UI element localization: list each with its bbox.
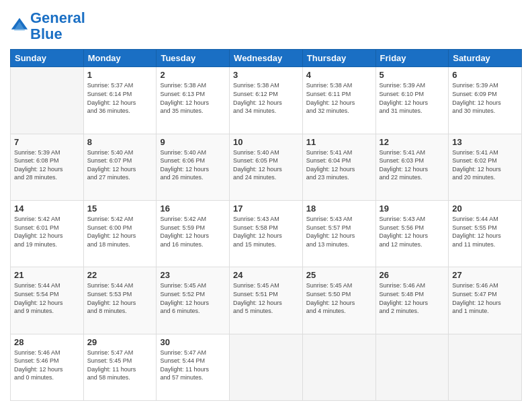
day-number: 25	[306, 270, 372, 280]
calendar-cell: 24Sunrise: 5:45 AM Sunset: 5:51 PM Dayli…	[230, 267, 303, 334]
day-info: Sunrise: 5:46 AM Sunset: 5:46 PM Dayligh…	[14, 349, 80, 382]
day-info: Sunrise: 5:43 AM Sunset: 5:57 PM Dayligh…	[306, 215, 372, 248]
day-number: 13	[452, 137, 518, 147]
calendar-week-0: 1Sunrise: 5:37 AM Sunset: 6:14 PM Daylig…	[11, 67, 522, 134]
day-info: Sunrise: 5:46 AM Sunset: 5:47 PM Dayligh…	[452, 281, 518, 315]
day-info: Sunrise: 5:41 AM Sunset: 6:03 PM Dayligh…	[380, 148, 445, 182]
day-number: 28	[14, 337, 80, 347]
day-number: 24	[233, 270, 299, 280]
day-number: 4	[306, 70, 372, 80]
day-info: Sunrise: 5:40 AM Sunset: 6:07 PM Dayligh…	[87, 148, 153, 182]
calendar-header-friday: Friday	[375, 50, 449, 67]
calendar-header-saturday: Saturday	[449, 50, 522, 67]
calendar-header-wednesday: Wednesday	[230, 50, 303, 67]
calendar-cell	[11, 67, 84, 134]
day-info: Sunrise: 5:42 AM Sunset: 5:59 PM Dayligh…	[160, 215, 226, 248]
logo-text2: Blue	[30, 26, 85, 42]
header: General Blue	[10, 10, 522, 42]
day-number: 5	[380, 70, 445, 80]
calendar-cell: 28Sunrise: 5:46 AM Sunset: 5:46 PM Dayli…	[11, 334, 84, 400]
calendar-header-thursday: Thursday	[302, 50, 375, 67]
calendar-cell: 26Sunrise: 5:46 AM Sunset: 5:48 PM Dayli…	[375, 267, 449, 334]
page: General Blue SundayMondayTuesdayWednesda…	[0, 0, 532, 411]
calendar-cell: 4Sunrise: 5:38 AM Sunset: 6:11 PM Daylig…	[302, 67, 375, 134]
logo: General Blue	[10, 10, 85, 42]
calendar-cell: 2Sunrise: 5:38 AM Sunset: 6:13 PM Daylig…	[157, 67, 230, 134]
calendar-cell: 9Sunrise: 5:40 AM Sunset: 6:06 PM Daylig…	[157, 134, 230, 200]
day-number: 15	[87, 203, 153, 214]
calendar-week-4: 28Sunrise: 5:46 AM Sunset: 5:46 PM Dayli…	[11, 334, 522, 400]
day-info: Sunrise: 5:40 AM Sunset: 6:06 PM Dayligh…	[160, 148, 226, 182]
calendar-cell: 20Sunrise: 5:44 AM Sunset: 5:55 PM Dayli…	[449, 201, 522, 267]
calendar-cell: 23Sunrise: 5:45 AM Sunset: 5:52 PM Dayli…	[157, 267, 230, 334]
day-info: Sunrise: 5:38 AM Sunset: 6:12 PM Dayligh…	[233, 81, 299, 115]
day-number: 8	[87, 137, 153, 147]
calendar-week-2: 14Sunrise: 5:42 AM Sunset: 6:01 PM Dayli…	[11, 201, 522, 267]
calendar-cell: 7Sunrise: 5:39 AM Sunset: 6:08 PM Daylig…	[11, 134, 84, 200]
calendar-cell: 13Sunrise: 5:41 AM Sunset: 6:02 PM Dayli…	[449, 134, 522, 200]
day-number: 11	[306, 137, 372, 147]
calendar-cell	[230, 334, 303, 400]
day-info: Sunrise: 5:47 AM Sunset: 5:45 PM Dayligh…	[87, 349, 153, 382]
day-info: Sunrise: 5:46 AM Sunset: 5:48 PM Dayligh…	[380, 281, 445, 315]
calendar-cell: 14Sunrise: 5:42 AM Sunset: 6:01 PM Dayli…	[11, 201, 84, 267]
day-number: 26	[380, 270, 445, 280]
calendar-header-sunday: Sunday	[11, 50, 84, 67]
calendar-cell: 18Sunrise: 5:43 AM Sunset: 5:57 PM Dayli…	[302, 201, 375, 267]
day-info: Sunrise: 5:39 AM Sunset: 6:08 PM Dayligh…	[14, 148, 80, 182]
day-number: 29	[87, 337, 153, 347]
day-info: Sunrise: 5:44 AM Sunset: 5:55 PM Dayligh…	[452, 215, 518, 248]
logo-icon	[10, 17, 29, 36]
day-info: Sunrise: 5:40 AM Sunset: 6:05 PM Dayligh…	[233, 148, 299, 182]
day-number: 17	[233, 203, 299, 214]
day-info: Sunrise: 5:39 AM Sunset: 6:09 PM Dayligh…	[452, 81, 518, 115]
day-info: Sunrise: 5:42 AM Sunset: 6:00 PM Dayligh…	[87, 215, 153, 248]
calendar-cell: 12Sunrise: 5:41 AM Sunset: 6:03 PM Dayli…	[375, 134, 449, 200]
day-info: Sunrise: 5:39 AM Sunset: 6:10 PM Dayligh…	[380, 81, 445, 115]
logo-text: General	[30, 10, 85, 26]
day-info: Sunrise: 5:41 AM Sunset: 6:04 PM Dayligh…	[306, 148, 372, 182]
calendar-cell: 21Sunrise: 5:44 AM Sunset: 5:54 PM Dayli…	[11, 267, 84, 334]
calendar-cell: 30Sunrise: 5:47 AM Sunset: 5:44 PM Dayli…	[157, 334, 230, 400]
calendar-header-tuesday: Tuesday	[157, 50, 230, 67]
calendar-header-monday: Monday	[83, 50, 157, 67]
day-number: 12	[380, 137, 445, 147]
calendar-cell: 1Sunrise: 5:37 AM Sunset: 6:14 PM Daylig…	[83, 67, 157, 134]
calendar-cell: 27Sunrise: 5:46 AM Sunset: 5:47 PM Dayli…	[449, 267, 522, 334]
calendar-cell	[302, 334, 375, 400]
day-info: Sunrise: 5:37 AM Sunset: 6:14 PM Dayligh…	[87, 81, 153, 115]
calendar-cell: 19Sunrise: 5:43 AM Sunset: 5:56 PM Dayli…	[375, 201, 449, 267]
day-number: 7	[14, 137, 80, 147]
calendar-table: SundayMondayTuesdayWednesdayThursdayFrid…	[10, 49, 522, 401]
calendar-week-1: 7Sunrise: 5:39 AM Sunset: 6:08 PM Daylig…	[11, 134, 522, 200]
day-info: Sunrise: 5:41 AM Sunset: 6:02 PM Dayligh…	[452, 148, 518, 182]
day-number: 19	[380, 203, 445, 214]
day-number: 6	[452, 70, 518, 80]
day-number: 23	[160, 270, 226, 280]
day-info: Sunrise: 5:44 AM Sunset: 5:54 PM Dayligh…	[14, 281, 80, 315]
day-number: 20	[452, 203, 518, 214]
day-number: 18	[306, 203, 372, 214]
calendar-cell: 25Sunrise: 5:45 AM Sunset: 5:50 PM Dayli…	[302, 267, 375, 334]
day-info: Sunrise: 5:43 AM Sunset: 5:56 PM Dayligh…	[380, 215, 445, 248]
calendar-cell: 17Sunrise: 5:43 AM Sunset: 5:58 PM Dayli…	[230, 201, 303, 267]
calendar-cell: 8Sunrise: 5:40 AM Sunset: 6:07 PM Daylig…	[83, 134, 157, 200]
day-info: Sunrise: 5:44 AM Sunset: 5:53 PM Dayligh…	[87, 281, 153, 315]
calendar-cell: 5Sunrise: 5:39 AM Sunset: 6:10 PM Daylig…	[375, 67, 449, 134]
day-number: 1	[87, 70, 153, 80]
calendar-cell: 10Sunrise: 5:40 AM Sunset: 6:05 PM Dayli…	[230, 134, 303, 200]
calendar-cell: 16Sunrise: 5:42 AM Sunset: 5:59 PM Dayli…	[157, 201, 230, 267]
day-info: Sunrise: 5:38 AM Sunset: 6:11 PM Dayligh…	[306, 81, 372, 115]
day-number: 14	[14, 203, 80, 214]
calendar-header-row: SundayMondayTuesdayWednesdayThursdayFrid…	[11, 50, 522, 67]
calendar-cell: 3Sunrise: 5:38 AM Sunset: 6:12 PM Daylig…	[230, 67, 303, 134]
day-info: Sunrise: 5:45 AM Sunset: 5:50 PM Dayligh…	[306, 281, 372, 315]
day-number: 21	[14, 270, 80, 280]
calendar-cell	[375, 334, 449, 400]
day-number: 16	[160, 203, 226, 214]
calendar-cell: 6Sunrise: 5:39 AM Sunset: 6:09 PM Daylig…	[449, 67, 522, 134]
day-number: 27	[452, 270, 518, 280]
day-number: 10	[233, 137, 299, 147]
day-number: 3	[233, 70, 299, 80]
calendar-cell: 15Sunrise: 5:42 AM Sunset: 6:00 PM Dayli…	[83, 201, 157, 267]
